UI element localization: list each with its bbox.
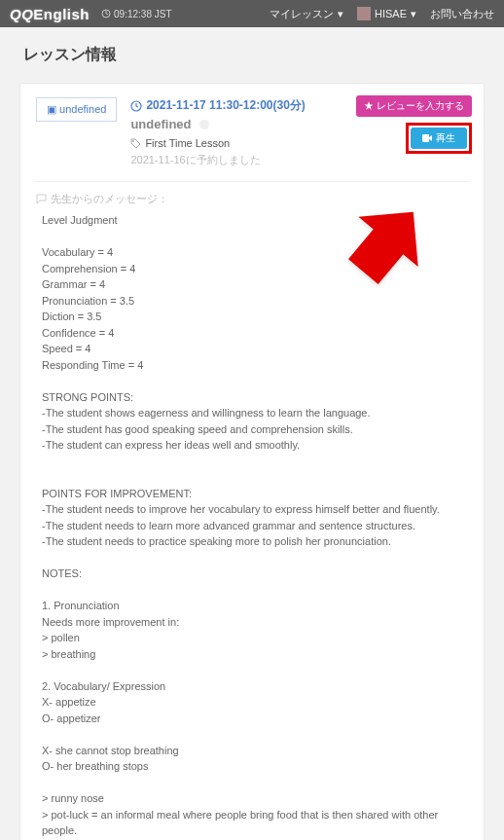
svg-rect-4 [422, 134, 429, 142]
logo[interactable]: QQEnglish [10, 6, 90, 22]
app-header: QQEnglish 09:12:38 JST マイレッスン▾ HISAE▾ お問… [0, 0, 504, 27]
chat-icon [36, 194, 47, 204]
write-review-button[interactable]: ★ レビューを入力する [356, 95, 472, 117]
svg-point-3 [132, 140, 134, 142]
teacher-message-body: Level Judgment Vocabulary = 4 Comprehens… [36, 212, 468, 840]
play-button[interactable]: 再生 [411, 128, 467, 149]
nav-my-lesson[interactable]: マイレッスン▾ [270, 7, 343, 21]
annotation-arrow [328, 199, 425, 296]
lesson-card: ▣ undefined 2021-11-17 11:30-12:00(30分) … [19, 83, 485, 840]
broken-image-icon: ▣ [47, 103, 56, 115]
clock-icon [101, 9, 111, 18]
video-icon [422, 134, 432, 142]
clock: 09:12:38 JST [101, 9, 171, 19]
svg-point-2 [199, 120, 209, 129]
page-title: レッスン情報 [0, 27, 504, 75]
nav-user[interactable]: HISAE▾ [357, 7, 416, 20]
nav-contact[interactable]: お問い合わせ [430, 7, 494, 21]
avatar [357, 7, 371, 20]
play-button-highlight: 再生 [406, 123, 472, 154]
booked-date: 2021-11-16に予約しました [130, 153, 468, 167]
tag-icon [130, 138, 141, 149]
clock-icon [130, 100, 142, 112]
teacher-thumbnail[interactable]: ▣ undefined [36, 97, 117, 122]
badge-icon [198, 118, 211, 131]
